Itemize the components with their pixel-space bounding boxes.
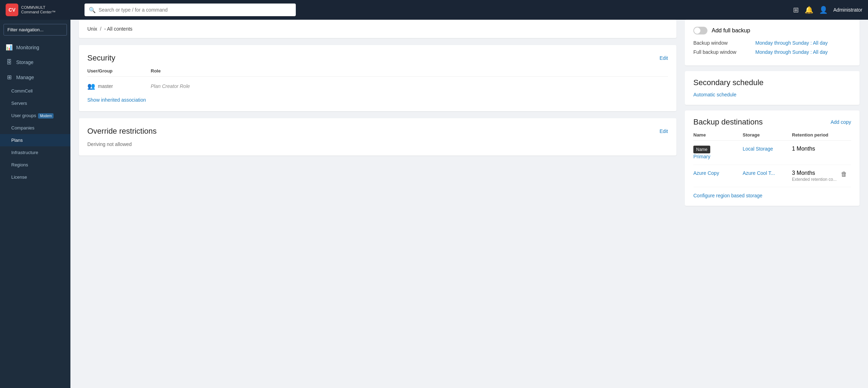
bd-col-action-header	[837, 132, 851, 138]
main-layout: Filter navigation... 📊 Monitoring 🗄 Stor…	[0, 20, 868, 388]
full-backup-toggle[interactable]	[693, 27, 707, 34]
sidebar-sub-label: Regions	[11, 162, 28, 167]
azure-storage-link[interactable]: Azure Cool T...	[743, 170, 775, 176]
override-card-header: Override restrictions Edit	[87, 127, 668, 136]
sidebar-item-label: Monitoring	[16, 45, 39, 50]
search-input[interactable]	[99, 7, 292, 13]
security-card: Security Edit User/Group Role 👥 master P…	[79, 45, 676, 111]
table-row: 👥 master Plan Creator Role	[87, 78, 668, 94]
storage-icon: 🗄	[6, 59, 13, 65]
show-inherited-link[interactable]: Show inherited association	[87, 97, 668, 103]
right-panel: Add full backup Backup window Monday thr…	[685, 20, 868, 388]
bd-table-header: Name Storage Retention period	[693, 132, 851, 141]
primary-link[interactable]: Primary	[693, 154, 710, 159]
bd-storage-primary: Local Storage	[743, 146, 792, 152]
path-value: - All contents	[104, 26, 132, 32]
search-icon: 🔍	[89, 7, 96, 13]
settings-icon[interactable]: ⊞	[793, 6, 799, 14]
modern-badge: Modern	[38, 113, 54, 119]
delete-icon[interactable]: 🗑	[841, 171, 847, 178]
user-cell: 👥 master	[87, 82, 151, 90]
content-area: Unix / - All contents Security Edit User…	[70, 20, 868, 388]
add-copy-button[interactable]: Add copy	[831, 119, 851, 125]
backup-destinations-card: Backup destinations Add copy Name Storag…	[685, 110, 860, 206]
secondary-schedule-title: Secondary schedule	[693, 78, 851, 87]
topbar: CV COMMVAULT Command Center™ 🔍 ⊞ 🔔 👤 Adm…	[0, 0, 868, 20]
backup-destinations-header: Backup destinations Add copy	[693, 117, 851, 127]
security-edit-button[interactable]: Edit	[660, 55, 668, 61]
toggle-row: Add full backup	[693, 27, 851, 34]
path-separator: /	[100, 26, 101, 32]
filter-nav-input[interactable]: Filter navigation...	[4, 24, 67, 36]
user-name: master	[98, 83, 113, 89]
backup-destinations-title: Backup destinations	[693, 117, 763, 127]
sidebar-item-user-groups[interactable]: User groups Modern	[0, 109, 70, 122]
sidebar-sub-label: Infrastructure	[11, 150, 38, 155]
bd-retention-azure: 3 Months Extended retention co...	[792, 170, 837, 182]
auto-schedule-link[interactable]: Automatic schedule	[693, 92, 736, 97]
security-card-header: Security Edit	[87, 53, 668, 63]
bd-col-name-header: Name	[693, 132, 743, 138]
secondary-schedule-card: Secondary schedule Automatic schedule	[685, 71, 860, 105]
sidebar-item-commcell[interactable]: CommCell	[0, 85, 70, 97]
search-bar[interactable]: 🔍	[85, 4, 296, 16]
path-row: Unix / - All contents	[79, 20, 676, 38]
bd-col-retention-header: Retention period	[792, 132, 837, 138]
sidebar-item-label: Manage	[16, 75, 34, 80]
sidebar-sub-label: Companies	[11, 125, 35, 131]
bd-storage-azure: Azure Cool T...	[743, 170, 792, 176]
backup-window-value[interactable]: Monday through Sunday : All day	[755, 40, 828, 46]
bd-row-primary: Name Primary Local Storage 1 Months	[693, 141, 851, 165]
manage-icon: ⊞	[6, 74, 13, 81]
sidebar-item-license[interactable]: License	[0, 171, 70, 183]
sidebar-sub-label: Plans	[11, 138, 23, 143]
role-cell: Plan Creator Role	[151, 83, 668, 89]
azure-copy-link[interactable]: Azure Copy	[693, 170, 719, 176]
monitoring-icon: 📊	[6, 44, 13, 51]
security-title: Security	[87, 53, 115, 63]
backup-window-label: Backup window	[693, 40, 750, 46]
azure-retention-sub: Extended retention co...	[792, 177, 837, 182]
full-backup-window-value[interactable]: Monday through Sunday : All day	[755, 49, 828, 55]
bd-name-primary: Name Primary	[693, 146, 743, 160]
override-text: Deriving not allowed	[87, 141, 668, 147]
sidebar-item-storage[interactable]: 🗄 Storage	[0, 55, 70, 70]
retention-value: 1 Months	[792, 146, 837, 152]
sidebar-item-manage[interactable]: ⊞ Manage	[0, 70, 70, 85]
name-tooltip: Name	[693, 146, 710, 153]
bd-action-azure[interactable]: 🗑	[837, 170, 851, 178]
sidebar: Filter navigation... 📊 Monitoring 🗄 Stor…	[0, 20, 70, 388]
azure-retention-value: 3 Months	[792, 170, 837, 176]
brand-icon: CV	[6, 4, 18, 16]
bd-col-storage-header: Storage	[743, 132, 792, 138]
logo-area: CV COMMVAULT Command Center™	[6, 4, 76, 16]
override-card: Override restrictions Edit Deriving not …	[79, 118, 676, 155]
override-edit-button[interactable]: Edit	[660, 128, 668, 134]
full-backup-window-row: Full backup window Monday through Sunday…	[693, 49, 851, 55]
sidebar-item-monitoring[interactable]: 📊 Monitoring	[0, 40, 70, 55]
col-user-header: User/Group	[87, 68, 151, 74]
bd-row-azure: Azure Copy Azure Cool T... 3 Months Exte…	[693, 165, 851, 187]
override-title: Override restrictions	[87, 127, 157, 136]
sidebar-sub-label: User groups	[11, 113, 36, 118]
full-backup-label: Add full backup	[712, 27, 750, 34]
user-group-icon: 👥	[87, 82, 95, 90]
sidebar-sub-label: Servers	[11, 101, 27, 106]
bd-action-primary	[837, 146, 851, 146]
user-icon[interactable]: 👤	[819, 6, 828, 14]
backup-window-row: Backup window Monday through Sunday : Al…	[693, 40, 851, 46]
sidebar-item-plans[interactable]: Plans	[0, 134, 70, 146]
sidebar-sub-label: CommCell	[11, 88, 33, 94]
sidebar-item-companies[interactable]: Companies	[0, 122, 70, 134]
sidebar-item-servers[interactable]: Servers	[0, 97, 70, 109]
configure-region-storage-link[interactable]: Configure region based storage	[693, 193, 762, 198]
sidebar-item-infrastructure[interactable]: Infrastructure	[0, 146, 70, 159]
bell-icon[interactable]: 🔔	[805, 6, 813, 14]
sidebar-item-regions[interactable]: Regions	[0, 159, 70, 171]
local-storage-link[interactable]: Local Storage	[743, 146, 773, 152]
topbar-right: ⊞ 🔔 👤 Administrator	[793, 6, 862, 14]
brand-name: COMMVAULT Command Center™	[21, 5, 56, 14]
path-os: Unix	[87, 26, 97, 32]
sidebar-item-label: Storage	[16, 59, 33, 65]
security-table-header: User/Group Role	[87, 68, 668, 77]
